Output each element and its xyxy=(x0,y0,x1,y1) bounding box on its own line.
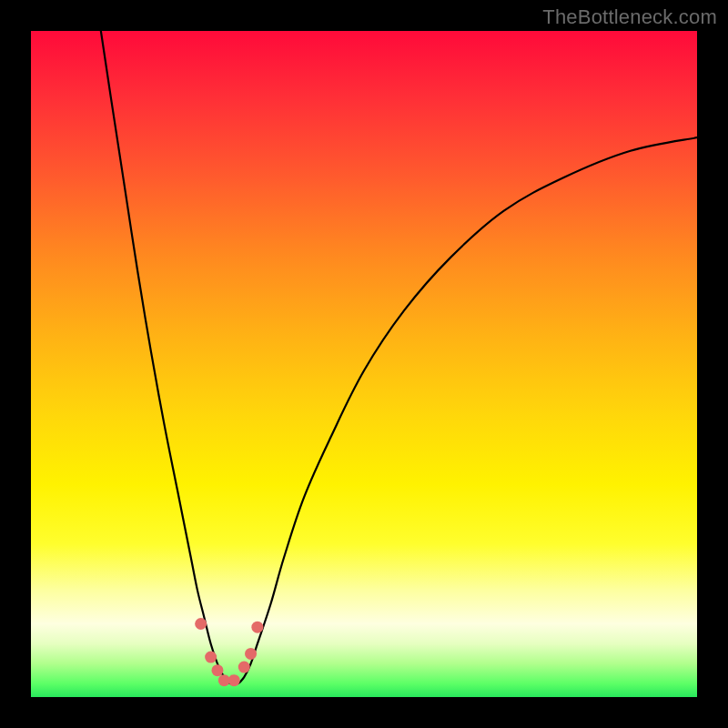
curve-marker xyxy=(238,662,250,673)
curve-marker xyxy=(211,664,223,676)
curve-markers xyxy=(195,618,263,686)
curve-marker xyxy=(205,652,217,663)
plot-area xyxy=(31,31,697,697)
chart-frame: TheBottleneck.com xyxy=(0,0,728,728)
bottleneck-curve xyxy=(101,31,697,684)
curve-marker xyxy=(245,648,257,660)
curve-marker xyxy=(228,674,240,686)
curve-marker xyxy=(251,622,263,633)
chart-svg xyxy=(31,31,697,697)
curve-marker xyxy=(195,618,207,630)
watermark-text: TheBottleneck.com xyxy=(542,5,717,29)
